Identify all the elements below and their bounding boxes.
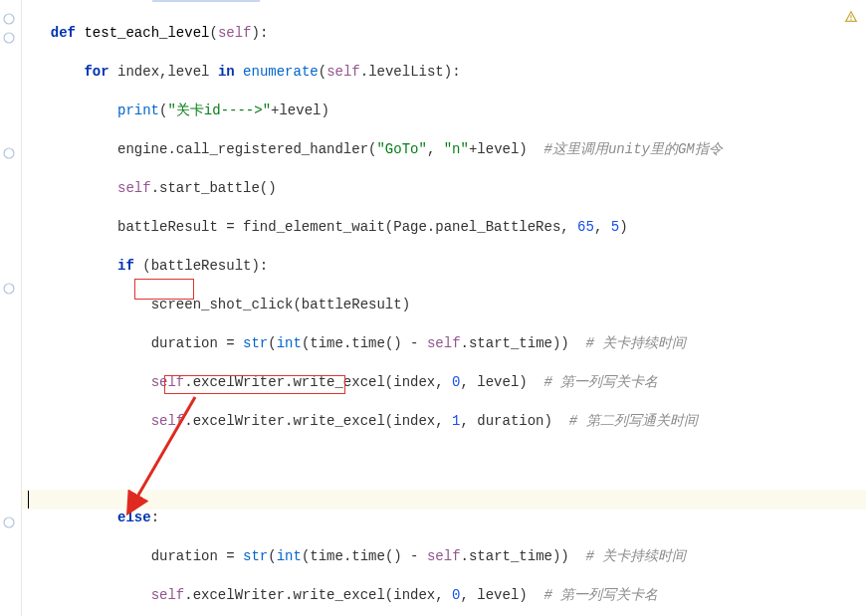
code-line: def test_each_level(self): [34, 24, 860, 44]
code-line: for index,level in enumerate(self.levelL… [34, 63, 860, 83]
code-line: print("关卡id---->"+level) [34, 102, 860, 121]
code-line: screen_shot_click(battleResult) [34, 296, 860, 315]
code-line: duration = str(int(time.time() - self.st… [34, 334, 860, 354]
code-line: engine.call_registered_handler("GoTo", "… [34, 140, 860, 160]
gutter-marker-icon [2, 12, 16, 26]
code-line: duration = str(int(time.time() - self.st… [34, 547, 860, 567]
svg-point-3 [4, 284, 14, 294]
svg-point-4 [4, 517, 14, 527]
gutter-marker-icon [2, 31, 16, 45]
code-line: self.excelWriter.write_excel(index, 0, l… [34, 586, 860, 606]
code-line: self.excelWriter.write_excel(index, 0, l… [34, 373, 860, 393]
svg-point-1 [4, 33, 14, 43]
svg-point-2 [4, 148, 14, 158]
code-line: self.excelWriter.write_excel(index, 1, d… [34, 412, 860, 432]
code-editor[interactable]: def test_each_level(self): for index,lev… [22, 0, 868, 616]
gutter-marker-icon [2, 282, 16, 296]
editor-gutter [0, 0, 22, 616]
gutter-marker-icon [2, 515, 16, 529]
svg-point-0 [4, 14, 14, 24]
code-line: else: [34, 509, 860, 528]
code-line: self.start_battle() [34, 179, 860, 199]
gutter-marker-icon [2, 146, 16, 160]
code-line: if (battleResult): [34, 257, 860, 277]
code-line: battleResult = find_element_wait(Page.pa… [34, 218, 860, 238]
